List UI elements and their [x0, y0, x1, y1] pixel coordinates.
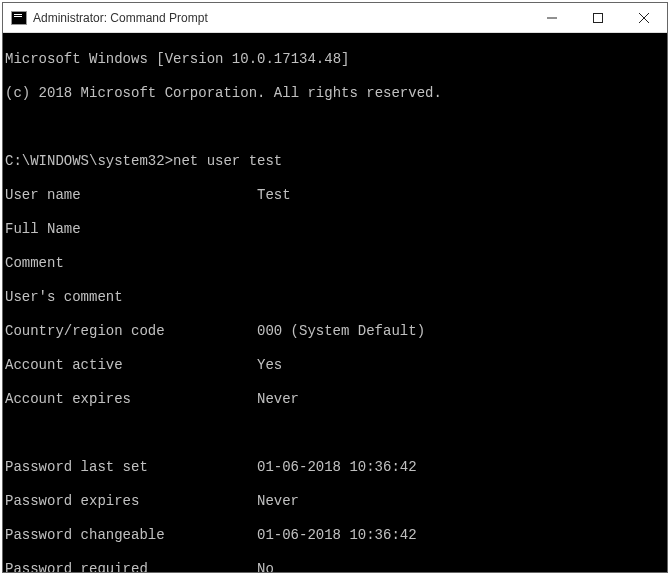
svg-rect-1 [594, 13, 603, 22]
console-output[interactable]: Microsoft Windows [Version 10.0.17134.48… [3, 33, 667, 572]
field-value: Test [257, 187, 291, 203]
field-value: No [257, 561, 274, 572]
minimize-icon [547, 13, 557, 23]
field-row: Account expiresNever [5, 391, 665, 408]
field-value: Yes [257, 357, 282, 373]
field-label: Country/region code [5, 323, 257, 340]
window-title: Administrator: Command Prompt [33, 11, 529, 25]
field-row: Account activeYes [5, 357, 665, 374]
field-row: Password expiresNever [5, 493, 665, 510]
prompt-path: C:\WINDOWS\system32> [5, 153, 173, 169]
command-prompt-window: Administrator: Command Prompt Microsoft … [2, 2, 668, 573]
field-row: Full Name [5, 221, 665, 238]
field-label: Password required [5, 561, 257, 572]
window-controls [529, 3, 667, 32]
field-value: Never [257, 493, 299, 509]
header-line: (c) 2018 Microsoft Corporation. All righ… [5, 85, 665, 102]
field-row: Password changeable01-06-2018 10:36:42 [5, 527, 665, 544]
field-label: Password last set [5, 459, 257, 476]
field-label: User name [5, 187, 257, 204]
field-value: 000 (System Default) [257, 323, 425, 339]
field-label: Password changeable [5, 527, 257, 544]
field-row: Country/region code000 (System Default) [5, 323, 665, 340]
field-label: Comment [5, 255, 257, 272]
field-value: 01-06-2018 10:36:42 [257, 527, 417, 543]
field-label: User's comment [5, 289, 257, 306]
blank-line [5, 119, 665, 136]
command-text: net user test [173, 153, 282, 169]
field-row: User's comment [5, 289, 665, 306]
field-value: Never [257, 391, 299, 407]
close-button[interactable] [621, 3, 667, 32]
header-line: Microsoft Windows [Version 10.0.17134.48… [5, 51, 665, 68]
maximize-button[interactable] [575, 3, 621, 32]
field-value: 01-06-2018 10:36:42 [257, 459, 417, 475]
field-row: Comment [5, 255, 665, 272]
field-row: Password requiredNo [5, 561, 665, 572]
blank-line [5, 425, 665, 442]
titlebar[interactable]: Administrator: Command Prompt [3, 3, 667, 33]
field-label: Account active [5, 357, 257, 374]
cmd-icon [11, 11, 27, 25]
maximize-icon [593, 13, 603, 23]
field-label: Full Name [5, 221, 257, 238]
field-label: Password expires [5, 493, 257, 510]
field-row: User nameTest [5, 187, 665, 204]
field-row: Password last set01-06-2018 10:36:42 [5, 459, 665, 476]
close-icon [639, 13, 649, 23]
field-label: Account expires [5, 391, 257, 408]
prompt-line: C:\WINDOWS\system32>net user test [5, 153, 665, 170]
minimize-button[interactable] [529, 3, 575, 32]
